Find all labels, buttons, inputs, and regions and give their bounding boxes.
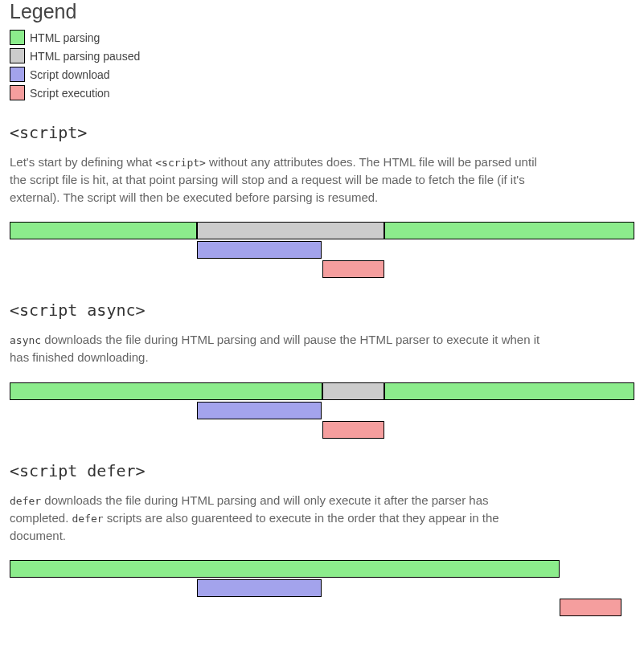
track-download: [10, 402, 634, 419]
seg-script-download: [197, 241, 322, 259]
inline-code: defer: [10, 495, 41, 507]
inline-code: <script>: [155, 157, 206, 169]
swatch-script-download: [10, 67, 25, 82]
track-parse: [10, 382, 634, 400]
desc-text: Let's start by defining what: [10, 155, 155, 169]
timeline-script-defer: [10, 560, 634, 616]
track-parse: [10, 222, 634, 239]
swatch-script-execution: [10, 85, 25, 100]
desc-script-defer: defer downloads the file during HTML par…: [10, 492, 540, 544]
seg-html-parsing: [10, 222, 197, 239]
seg-script-execution: [560, 599, 622, 616]
seg-script-download: [197, 402, 322, 419]
legend-item: Script execution: [10, 85, 634, 100]
seg-html-parsing: [384, 382, 634, 400]
inline-code: async: [10, 334, 41, 346]
track-execute: [10, 421, 634, 439]
desc-script: Let's start by defining what <script> wi…: [10, 153, 540, 206]
legend-label: Script execution: [30, 87, 110, 100]
heading-script-defer: <script defer>: [10, 461, 634, 480]
seg-script-execution: [322, 421, 385, 439]
desc-script-async: async downloads the file during HTML par…: [10, 331, 540, 366]
track-execute: [10, 599, 634, 616]
track-parse: [10, 560, 634, 578]
seg-html-parsing: [10, 382, 322, 400]
track-download: [10, 579, 634, 597]
legend-label: HTML parsing: [30, 31, 100, 44]
seg-html-parsing-paused: [322, 382, 385, 400]
seg-html-parsing: [384, 222, 634, 239]
swatch-html-parsing: [10, 30, 25, 45]
inline-code: defer: [72, 513, 104, 525]
legend-label: HTML parsing paused: [30, 50, 140, 63]
seg-script-download: [197, 579, 322, 597]
legend-item: HTML parsing paused: [10, 48, 634, 63]
page-container: Legend HTML parsing HTML parsing paused …: [0, 0, 644, 640]
legend-item: HTML parsing: [10, 30, 634, 45]
track-download: [10, 241, 634, 259]
seg-script-execution: [322, 260, 385, 278]
desc-text: downloads the file during HTML parsing a…: [10, 333, 539, 364]
heading-script: <script>: [10, 123, 634, 142]
legend-title: Legend: [10, 0, 634, 23]
legend-label: Script download: [30, 68, 110, 81]
legend-item: Script download: [10, 67, 634, 82]
seg-html-parsing-paused: [197, 222, 384, 239]
seg-html-parsing: [10, 560, 560, 578]
timeline-script: [10, 222, 634, 278]
heading-script-async: <script async>: [10, 300, 634, 320]
swatch-html-parsing-paused: [10, 48, 25, 63]
legend-list: HTML parsing HTML parsing paused Script …: [10, 30, 634, 100]
timeline-script-async: [10, 382, 634, 439]
track-execute: [10, 260, 634, 278]
